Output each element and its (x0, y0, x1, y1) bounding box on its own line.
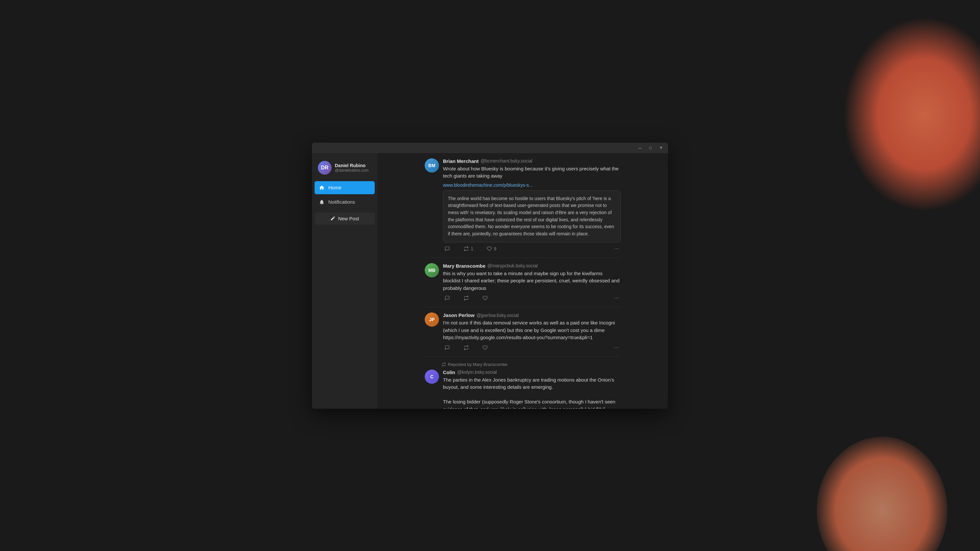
post-body-1: Brian Merchant @bcmerchant.bsky.social W… (443, 158, 620, 252)
post-avatar-3: JP (425, 313, 439, 327)
author-name-2: Mary Branscombe (443, 263, 485, 268)
author-handle-4: @kolyin.bsky.social (457, 370, 497, 375)
post-actions-2 (443, 294, 620, 302)
post-body-3: Jason Perlow @jperlow.bsky.social I'm no… (443, 313, 620, 351)
heart-icon-3 (482, 345, 488, 351)
repost-button-2[interactable] (462, 294, 470, 302)
post-text-3: I'm not sure if this data removal servic… (443, 319, 620, 341)
more-button-1[interactable] (612, 245, 620, 252)
author-handle-3: @jperlow.bsky.social (477, 313, 519, 318)
post-text-1: Wrote about how Bluesky is booming becau… (443, 165, 620, 180)
post-header-4: C Colin @kolyin.bsky.social The parties … (425, 370, 620, 409)
repost-label-4: Reposted by Mary Branscombe (425, 362, 620, 367)
post-body-2: Mary Branscombe @marypcbuk.bsky.social t… (443, 263, 620, 302)
post-header-3: JP Jason Perlow @jperlow.bsky.social I'm… (425, 313, 620, 351)
svg-point-4 (616, 298, 617, 299)
repost-by-label-4: Reposted by Mary Branscombe (448, 362, 508, 367)
post-text-4: The parties in the Alex Jones bankruptcy… (443, 376, 620, 409)
author-handle-1: @bcmerchant.bsky.social (480, 158, 533, 164)
sidebar-item-home[interactable]: Home (315, 181, 375, 194)
post-avatar-1: BM (425, 158, 439, 173)
svg-point-1 (616, 248, 617, 249)
more-button-3[interactable] (612, 344, 620, 351)
reply-button-3[interactable] (443, 344, 452, 351)
heart-icon-2 (482, 295, 488, 301)
home-icon (318, 184, 325, 191)
repost-icon-2 (463, 295, 469, 301)
more-icon-3 (614, 345, 619, 351)
maximize-button[interactable]: □ (646, 144, 655, 151)
bg-circle-2 (817, 437, 947, 551)
sidebar-item-notifications[interactable]: Notifications (315, 195, 375, 209)
app-body: DR Daniel Rubino @danielrubino.com Home (312, 153, 668, 409)
post-author-line-3: Jason Perlow @jperlow.bsky.social (443, 313, 620, 318)
post-avatar-4: C (425, 370, 439, 384)
like-button-3[interactable] (481, 344, 489, 351)
bg-circle-1 (843, 16, 980, 212)
post-header-1: BM Brian Merchant @bcmerchant.bsky.socia… (425, 158, 620, 252)
reply-button-2[interactable] (443, 294, 452, 302)
notifications-label: Notifications (328, 199, 355, 205)
repost-button-3[interactable] (462, 344, 470, 351)
avatar-initials: DR (318, 161, 332, 175)
sidebar: DR Daniel Rubino @danielrubino.com Home (312, 153, 377, 409)
minimize-button[interactable]: — (635, 144, 644, 151)
post-4: Reposted by Mary Branscombe C Colin @kol… (425, 357, 620, 409)
reply-icon-1 (444, 246, 450, 252)
new-post-button[interactable]: New Post (315, 213, 375, 225)
feed: BM Brian Merchant @bcmerchant.bsky.socia… (425, 153, 620, 409)
home-label: Home (328, 185, 341, 190)
compose-icon (330, 216, 336, 221)
post-author-line-4: Colin @kolyin.bsky.social (443, 370, 620, 375)
main-content[interactable]: BM Brian Merchant @bcmerchant.bsky.socia… (377, 153, 668, 409)
post-link-1[interactable]: www.bloodinthemachine.com/p/blueskys-s..… (443, 183, 620, 188)
post-2: MB Mary Branscombe @marypcbuk.bsky.socia… (425, 258, 620, 308)
repost-button-1[interactable]: 1 (462, 245, 475, 252)
svg-point-8 (618, 347, 618, 348)
post-author-line-2: Mary Branscombe @marypcbuk.bsky.social (443, 263, 620, 268)
post-3: JP Jason Perlow @jperlow.bsky.social I'm… (425, 307, 620, 357)
more-icon-1 (614, 246, 619, 252)
like-button-2[interactable] (481, 294, 489, 302)
svg-point-2 (618, 248, 618, 249)
author-name-4: Colin (443, 370, 455, 375)
close-button[interactable]: ✕ (656, 144, 665, 151)
quote-text-1: The online world has become so hostile t… (448, 195, 616, 238)
svg-point-0 (614, 248, 615, 249)
svg-point-7 (616, 347, 617, 348)
user-handle: @danielrubino.com (335, 168, 371, 173)
repost-icon-1 (463, 246, 469, 252)
user-info: Daniel Rubino @danielrubino.com (335, 163, 371, 173)
bell-icon (318, 199, 325, 205)
like-button-1[interactable]: 9 (485, 245, 498, 252)
svg-point-6 (614, 347, 615, 348)
svg-point-5 (618, 298, 618, 299)
avatar: DR (318, 161, 332, 175)
app-window: — □ ✕ DR Daniel Rubino @danielrubino.com (312, 143, 668, 409)
more-icon-2 (614, 295, 619, 301)
post-text-2: this is why you want to take a minute an… (443, 270, 620, 292)
more-button-2[interactable] (612, 294, 620, 302)
post-avatar-2: MB (425, 263, 439, 278)
author-name-3: Jason Perlow (443, 313, 475, 318)
post-header-2: MB Mary Branscombe @marypcbuk.bsky.socia… (425, 263, 620, 302)
reply-icon-2 (444, 295, 450, 301)
like-count-1: 9 (494, 246, 496, 251)
repost-count-1: 1 (471, 246, 473, 251)
post-actions-1: 1 9 (443, 245, 620, 252)
quote-card-1: The online world has become so hostile t… (443, 190, 620, 243)
author-name-1: Brian Merchant (443, 158, 479, 164)
reply-button-1[interactable] (443, 245, 452, 252)
user-section: DR Daniel Rubino @danielrubino.com (315, 158, 375, 177)
post-author-line-1: Brian Merchant @bcmerchant.bsky.social (443, 158, 620, 164)
post-actions-3 (443, 344, 620, 351)
post-1: BM Brian Merchant @bcmerchant.bsky.socia… (425, 153, 620, 258)
repost-icon-3 (463, 345, 469, 351)
author-handle-2: @marypcbuk.bsky.social (487, 263, 538, 268)
svg-point-3 (614, 298, 615, 299)
heart-icon-1 (487, 246, 492, 252)
new-post-label: New Post (338, 216, 359, 221)
window-controls: — □ ✕ (635, 144, 665, 151)
user-name: Daniel Rubino (335, 163, 371, 168)
post-body-4: Colin @kolyin.bsky.social The parties in… (443, 370, 620, 409)
